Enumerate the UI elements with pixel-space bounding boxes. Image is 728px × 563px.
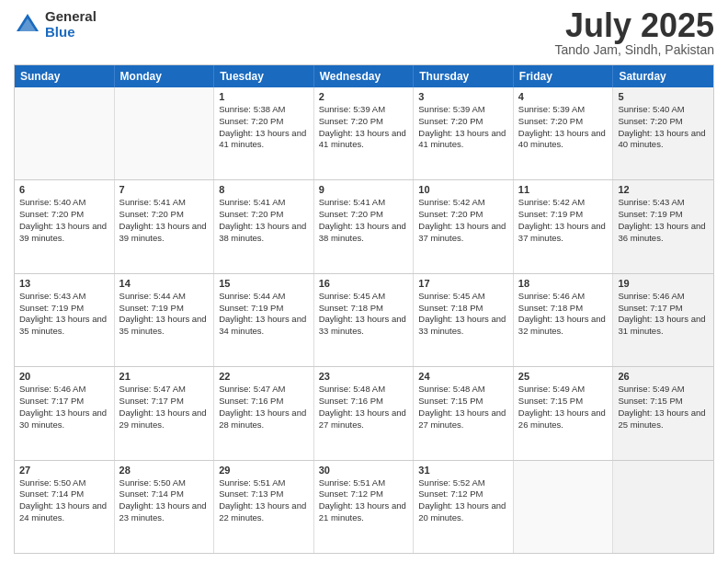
- day-detail: Sunrise: 5:50 AM Sunset: 7:14 PM Dayligh…: [119, 477, 210, 524]
- day-number: 17: [418, 278, 508, 289]
- day-detail: Sunrise: 5:40 AM Sunset: 7:20 PM Dayligh…: [19, 197, 109, 244]
- day-detail: Sunrise: 5:41 AM Sunset: 7:20 PM Dayligh…: [219, 197, 309, 244]
- day-detail: Sunrise: 5:51 AM Sunset: 7:12 PM Dayligh…: [319, 477, 409, 524]
- day-cell-21: 21Sunrise: 5:47 AM Sunset: 7:17 PM Dayli…: [115, 367, 215, 459]
- day-cell-26: 26Sunrise: 5:49 AM Sunset: 7:15 PM Dayli…: [613, 367, 713, 459]
- day-detail: Sunrise: 5:49 AM Sunset: 7:15 PM Dayligh…: [618, 384, 709, 431]
- calendar-body: 1Sunrise: 5:38 AM Sunset: 7:20 PM Daylig…: [15, 87, 713, 553]
- day-number: 24: [418, 371, 508, 382]
- day-detail: Sunrise: 5:43 AM Sunset: 7:19 PM Dayligh…: [19, 291, 109, 338]
- day-number: 19: [618, 278, 709, 289]
- day-number: 27: [19, 465, 109, 476]
- day-cell-empty: [15, 87, 115, 179]
- logo-icon: [14, 11, 41, 39]
- day-cell-25: 25Sunrise: 5:49 AM Sunset: 7:15 PM Dayli…: [514, 367, 614, 459]
- day-cell-empty: [115, 87, 215, 179]
- title-month: July 2025: [554, 9, 714, 42]
- logo-text: General Blue: [45, 9, 97, 40]
- day-detail: Sunrise: 5:50 AM Sunset: 7:14 PM Dayligh…: [19, 477, 109, 524]
- day-number: 4: [518, 91, 609, 102]
- day-cell-7: 7Sunrise: 5:41 AM Sunset: 7:20 PM Daylig…: [115, 180, 215, 272]
- day-cell-11: 11Sunrise: 5:42 AM Sunset: 7:19 PM Dayli…: [514, 180, 614, 272]
- day-number: 31: [418, 465, 508, 476]
- calendar-week-3: 13Sunrise: 5:43 AM Sunset: 7:19 PM Dayli…: [15, 273, 713, 366]
- header-day-thursday: Thursday: [414, 65, 514, 87]
- day-detail: Sunrise: 5:38 AM Sunset: 7:20 PM Dayligh…: [219, 104, 309, 151]
- day-detail: Sunrise: 5:43 AM Sunset: 7:19 PM Dayligh…: [618, 197, 709, 244]
- header: General Blue July 2025 Tando Jam, Sindh,…: [14, 9, 714, 57]
- day-number: 5: [618, 91, 709, 102]
- day-detail: Sunrise: 5:52 AM Sunset: 7:12 PM Dayligh…: [418, 477, 508, 524]
- title-location: Tando Jam, Sindh, Pakistan: [554, 42, 714, 57]
- day-cell-28: 28Sunrise: 5:50 AM Sunset: 7:14 PM Dayli…: [115, 461, 215, 553]
- day-number: 7: [119, 184, 210, 195]
- day-detail: Sunrise: 5:41 AM Sunset: 7:20 PM Dayligh…: [119, 197, 210, 244]
- day-detail: Sunrise: 5:42 AM Sunset: 7:20 PM Dayligh…: [418, 197, 508, 244]
- calendar-week-5: 27Sunrise: 5:50 AM Sunset: 7:14 PM Dayli…: [15, 460, 713, 553]
- day-number: 15: [219, 278, 309, 289]
- header-day-saturday: Saturday: [613, 65, 713, 87]
- day-detail: Sunrise: 5:44 AM Sunset: 7:19 PM Dayligh…: [119, 291, 210, 338]
- day-number: 16: [319, 278, 409, 289]
- day-cell-14: 14Sunrise: 5:44 AM Sunset: 7:19 PM Dayli…: [115, 274, 215, 366]
- day-number: 26: [618, 371, 709, 382]
- day-cell-30: 30Sunrise: 5:51 AM Sunset: 7:12 PM Dayli…: [314, 461, 415, 553]
- day-cell-15: 15Sunrise: 5:44 AM Sunset: 7:19 PM Dayli…: [214, 274, 314, 366]
- calendar: SundayMondayTuesdayWednesdayThursdayFrid…: [14, 64, 714, 554]
- page: General Blue July 2025 Tando Jam, Sindh,…: [0, 0, 728, 563]
- day-cell-9: 9Sunrise: 5:41 AM Sunset: 7:20 PM Daylig…: [314, 180, 415, 272]
- day-detail: Sunrise: 5:47 AM Sunset: 7:16 PM Dayligh…: [219, 384, 309, 431]
- header-day-monday: Monday: [115, 65, 215, 87]
- day-number: 23: [319, 371, 409, 382]
- day-number: 22: [219, 371, 309, 382]
- day-cell-29: 29Sunrise: 5:51 AM Sunset: 7:13 PM Dayli…: [214, 461, 314, 553]
- day-detail: Sunrise: 5:42 AM Sunset: 7:19 PM Dayligh…: [518, 197, 609, 244]
- day-cell-20: 20Sunrise: 5:46 AM Sunset: 7:17 PM Dayli…: [15, 367, 115, 459]
- day-number: 2: [319, 91, 409, 102]
- logo-general-text: General: [45, 9, 97, 25]
- day-number: 9: [319, 184, 409, 195]
- day-detail: Sunrise: 5:44 AM Sunset: 7:19 PM Dayligh…: [219, 291, 309, 338]
- day-detail: Sunrise: 5:46 AM Sunset: 7:17 PM Dayligh…: [618, 291, 709, 338]
- calendar-week-4: 20Sunrise: 5:46 AM Sunset: 7:17 PM Dayli…: [15, 366, 713, 459]
- logo: General Blue: [14, 9, 97, 40]
- day-cell-19: 19Sunrise: 5:46 AM Sunset: 7:17 PM Dayli…: [613, 274, 713, 366]
- day-number: 8: [219, 184, 309, 195]
- day-cell-1: 1Sunrise: 5:38 AM Sunset: 7:20 PM Daylig…: [214, 87, 314, 179]
- day-cell-22: 22Sunrise: 5:47 AM Sunset: 7:16 PM Dayli…: [214, 367, 314, 459]
- day-detail: Sunrise: 5:48 AM Sunset: 7:15 PM Dayligh…: [418, 384, 508, 431]
- day-cell-18: 18Sunrise: 5:46 AM Sunset: 7:18 PM Dayli…: [514, 274, 614, 366]
- day-cell-4: 4Sunrise: 5:39 AM Sunset: 7:20 PM Daylig…: [514, 87, 614, 179]
- day-cell-13: 13Sunrise: 5:43 AM Sunset: 7:19 PM Dayli…: [15, 274, 115, 366]
- title-block: July 2025 Tando Jam, Sindh, Pakistan: [554, 9, 714, 57]
- day-number: 14: [119, 278, 210, 289]
- day-number: 21: [119, 371, 210, 382]
- day-cell-17: 17Sunrise: 5:45 AM Sunset: 7:18 PM Dayli…: [414, 274, 514, 366]
- day-detail: Sunrise: 5:51 AM Sunset: 7:13 PM Dayligh…: [219, 477, 309, 524]
- day-number: 20: [19, 371, 109, 382]
- day-cell-8: 8Sunrise: 5:41 AM Sunset: 7:20 PM Daylig…: [214, 180, 314, 272]
- day-cell-5: 5Sunrise: 5:40 AM Sunset: 7:20 PM Daylig…: [613, 87, 713, 179]
- day-cell-24: 24Sunrise: 5:48 AM Sunset: 7:15 PM Dayli…: [414, 367, 514, 459]
- day-detail: Sunrise: 5:40 AM Sunset: 7:20 PM Dayligh…: [618, 104, 709, 151]
- day-cell-31: 31Sunrise: 5:52 AM Sunset: 7:12 PM Dayli…: [414, 461, 514, 553]
- day-detail: Sunrise: 5:45 AM Sunset: 7:18 PM Dayligh…: [418, 291, 508, 338]
- header-day-friday: Friday: [514, 65, 614, 87]
- day-detail: Sunrise: 5:41 AM Sunset: 7:20 PM Dayligh…: [319, 197, 409, 244]
- day-detail: Sunrise: 5:39 AM Sunset: 7:20 PM Dayligh…: [418, 104, 508, 151]
- day-cell-2: 2Sunrise: 5:39 AM Sunset: 7:20 PM Daylig…: [314, 87, 415, 179]
- day-number: 28: [119, 465, 210, 476]
- day-number: 1: [219, 91, 309, 102]
- day-number: 30: [319, 465, 409, 476]
- logo-blue-text: Blue: [45, 25, 97, 40]
- day-detail: Sunrise: 5:49 AM Sunset: 7:15 PM Dayligh…: [518, 384, 609, 431]
- day-detail: Sunrise: 5:39 AM Sunset: 7:20 PM Dayligh…: [518, 104, 609, 151]
- day-detail: Sunrise: 5:46 AM Sunset: 7:17 PM Dayligh…: [19, 384, 109, 431]
- day-detail: Sunrise: 5:47 AM Sunset: 7:17 PM Dayligh…: [119, 384, 210, 431]
- day-number: 13: [19, 278, 109, 289]
- calendar-week-1: 1Sunrise: 5:38 AM Sunset: 7:20 PM Daylig…: [15, 87, 713, 179]
- day-detail: Sunrise: 5:45 AM Sunset: 7:18 PM Dayligh…: [319, 291, 409, 338]
- day-number: 11: [518, 184, 609, 195]
- day-detail: Sunrise: 5:46 AM Sunset: 7:18 PM Dayligh…: [518, 291, 609, 338]
- day-detail: Sunrise: 5:48 AM Sunset: 7:16 PM Dayligh…: [319, 384, 409, 431]
